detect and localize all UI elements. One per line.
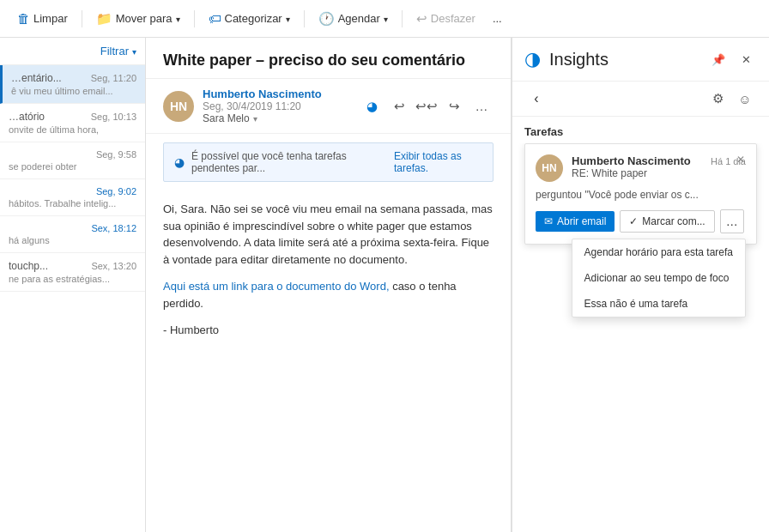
- insights-section-label: Tarefas: [512, 117, 769, 143]
- checkmark-icon: ✓: [629, 215, 638, 227]
- task-more-icon: …: [726, 215, 738, 228]
- insights-panel: ◑ Insights 📌 ✕ ‹ ⚙ ☺: [512, 38, 769, 532]
- list-item[interactable]: …entário... Seg, 11:20 ê viu meu último …: [0, 65, 145, 104]
- desfazer-icon: ↩: [416, 11, 427, 27]
- agendar-chevron: [384, 12, 388, 25]
- task-card-name: Humberto Nascimento: [572, 154, 691, 167]
- reply-all-btn[interactable]: ↩↩: [415, 94, 439, 118]
- email-item-top: …entário... Seg, 11:20: [11, 72, 136, 84]
- email-header: HN Humberto Nascimento Seg, 30/4/2019 11…: [146, 79, 511, 134]
- task-card-info: Humberto Nascimento Há 1 dia RE: White p…: [572, 154, 746, 179]
- task-more-btn[interactable]: …: [720, 209, 744, 233]
- email-body-para-1: Oi, Sara. Não sei se você viu meu email …: [163, 201, 493, 268]
- filter-label: Filtrar: [100, 45, 129, 57]
- mark-btn[interactable]: ✓ Marcar com...: [620, 210, 714, 233]
- more-actions-icon: …: [475, 99, 488, 113]
- agendar-label: Agendar: [338, 12, 380, 25]
- insights-back-btn[interactable]: ‹: [524, 87, 548, 111]
- forward-icon: ↪: [449, 99, 460, 114]
- insights-body: ✕ HN Humberto Nascimento Há 1 dia RE: Wh…: [512, 143, 769, 532]
- close-icon: ✕: [742, 53, 751, 66]
- limpar-button[interactable]: 🗑 Limpar: [10, 8, 75, 29]
- separator-2: [194, 10, 195, 27]
- word-link[interactable]: Aqui está um link para o documento do Wo…: [163, 280, 390, 293]
- to-chevron: ▾: [253, 114, 257, 124]
- email-to: Sara Melo ▾: [203, 112, 351, 124]
- email-item-top: Seg, 9:58: [9, 149, 136, 160]
- list-item[interactable]: Seg, 9:02 hábitos. Trabalhe intelig...: [0, 179, 145, 216]
- agendar-icon: 🕐: [318, 11, 335, 27]
- email-item-time: Seg, 11:20: [91, 73, 136, 83]
- insights-title: Insights: [549, 50, 699, 70]
- task-banner: ◕ É possível que você tenha tarefas pend…: [163, 142, 493, 182]
- email-item-time: Sex, 13:20: [91, 261, 136, 271]
- task-card-actions: ✉ Abrir email ✓ Marcar com... … Agendar …: [536, 209, 746, 233]
- email-item-top: Seg, 9:02: [9, 186, 136, 196]
- email-item-sender: touchp...: [9, 260, 48, 272]
- list-item[interactable]: …atório Seg, 10:13 onvite de última hora…: [0, 104, 145, 142]
- email-item-preview: se poderei obter: [9, 161, 136, 172]
- list-item[interactable]: touchp... Sex, 13:20 ne para as estratég…: [0, 253, 145, 292]
- more-button[interactable]: ...: [486, 9, 509, 28]
- email-item-preview: onvite de última hora,: [9, 124, 136, 135]
- task-card: ✕ HN Humberto Nascimento Há 1 dia RE: Wh…: [524, 143, 757, 245]
- list-item[interactable]: Seg, 9:58 se poderei obter: [0, 142, 145, 179]
- emoji-icon: ☺: [738, 92, 751, 106]
- task-banner-text: É possível que você tenha tarefas penden…: [191, 150, 387, 174]
- email-date: Seg, 30/4/2019 11:20: [203, 100, 351, 112]
- insights-emoji-btn[interactable]: ☺: [733, 87, 757, 111]
- open-email-label: Abrir email: [557, 215, 606, 227]
- categorizar-chevron: [286, 12, 290, 25]
- dropdown-item-not-task[interactable]: Essa não é uma tarefa: [572, 291, 745, 317]
- email-meta: Humberto Nascimento Seg, 30/4/2019 11:20…: [203, 88, 351, 124]
- forward-btn[interactable]: ↪: [442, 94, 466, 118]
- dropdown-item-focus[interactable]: Adicionar ao seu tempo de foco: [572, 265, 745, 291]
- categorizar-icon: 🏷: [209, 11, 221, 26]
- toolbar: 🗑 Limpar 📁 Mover para 🏷 Categorizar 🕐 Ag…: [0, 0, 769, 38]
- mark-label: Marcar com...: [642, 215, 705, 227]
- task-card-close-icon: ✕: [736, 154, 745, 166]
- limpar-label: Limpar: [33, 12, 68, 25]
- email-item-preview: há alguns: [9, 235, 136, 245]
- more-label: ...: [493, 12, 502, 25]
- dropdown-item-schedule[interactable]: Agendar horário para esta tarefa: [572, 239, 745, 265]
- task-card-avatar: HN: [536, 154, 563, 182]
- task-banner-link[interactable]: Exibir todas as tarefas.: [394, 150, 482, 174]
- email-item-top: touchp... Sex, 13:20: [9, 260, 136, 272]
- insights-close-btn[interactable]: ✕: [735, 48, 757, 70]
- task-card-header: HN Humberto Nascimento Há 1 dia RE: Whit…: [536, 154, 746, 182]
- separator-1: [82, 10, 82, 27]
- gear-icon: ⚙: [712, 91, 724, 106]
- separator-3: [304, 10, 305, 27]
- agendar-button[interactable]: 🕐 Agendar: [312, 8, 395, 30]
- pin-icon: 📌: [711, 53, 725, 66]
- list-item[interactable]: Sex, 18:12 há alguns: [0, 216, 145, 253]
- email-to-name: Sara Melo: [203, 112, 250, 124]
- more-actions-btn[interactable]: …: [469, 94, 493, 118]
- email-from: Humberto Nascimento: [203, 88, 351, 100]
- desfazer-label: Desfazer: [431, 12, 475, 25]
- task-card-close-btn[interactable]: ✕: [732, 151, 749, 168]
- insights-action-btn[interactable]: ◕: [360, 94, 384, 118]
- email-body-para-2: Aqui está um link para o documento do Wo…: [163, 278, 493, 311]
- mover-para-button[interactable]: 📁 Mover para: [89, 8, 187, 30]
- desfazer-button[interactable]: ↩ Desfazer: [409, 8, 482, 30]
- mover-chevron: [176, 12, 180, 25]
- email-item-time: Seg, 10:13: [91, 112, 136, 122]
- open-email-btn[interactable]: ✉ Abrir email: [536, 211, 615, 232]
- reply-icon: ↩: [394, 99, 405, 114]
- categorizar-label: Categorizar: [225, 12, 282, 25]
- categorizar-button[interactable]: 🏷 Categorizar: [202, 8, 297, 29]
- insights-settings-btn[interactable]: ⚙: [705, 87, 730, 111]
- task-banner-icon: ◕: [174, 155, 185, 169]
- task-dropdown-menu: Agendar horário para esta tarefa Adicion…: [572, 239, 746, 317]
- avatar: HN: [163, 91, 194, 122]
- task-card-preview: perguntou "Você pode enviar os c...: [536, 189, 746, 201]
- email-subject: White paper – preciso do seu comentário: [146, 38, 511, 79]
- filter-button[interactable]: Filtrar: [100, 45, 136, 57]
- email-list: Filtrar …entário... Seg, 11:20 ê viu meu…: [0, 38, 146, 532]
- email-item-sender: …entário...: [11, 72, 62, 84]
- email-item-sender: …atório: [9, 111, 45, 123]
- reply-btn[interactable]: ↩: [387, 94, 411, 118]
- insights-pin-btn[interactable]: 📌: [707, 48, 730, 70]
